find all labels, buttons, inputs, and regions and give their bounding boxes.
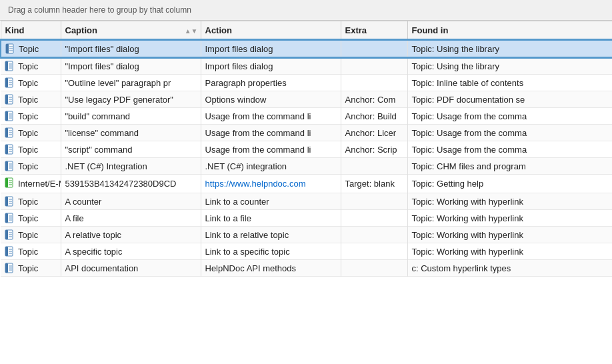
cell-kind: Topic (1, 125, 61, 141)
cell-action: Link to a relative topic (201, 227, 341, 243)
cell-caption: A counter (61, 193, 201, 210)
cell-extra (341, 158, 407, 175)
cell-action: .NET (C#) integration (201, 158, 341, 175)
table-row[interactable]: Topic"Import files" dialogImport files d… (1, 57, 612, 75)
table-row[interactable]: TopicA counterLink to a counterTopic: Wo… (1, 193, 612, 210)
cell-found-in: Topic: Getting help (407, 175, 612, 193)
cell-action: Usage from the command li (201, 141, 341, 158)
col-header-action[interactable]: Action (201, 21, 341, 41)
cell-caption: "license" command (61, 125, 201, 141)
cell-found-in: Topic: Using the library (407, 40, 612, 57)
col-header-extra[interactable]: Extra (341, 21, 407, 41)
cell-extra (341, 40, 407, 57)
cell-extra: Anchor: Com (341, 91, 407, 108)
cell-extra: Target: blank (341, 175, 407, 193)
topic-icon (5, 161, 15, 171)
cell-kind: Topic (1, 210, 61, 227)
cell-found-in: Topic: Using the library (407, 57, 612, 75)
drag-group-header: Drag a column header here to group by th… (0, 0, 612, 21)
topic-icon (5, 43, 16, 54)
col-header-caption[interactable]: Caption ▲▼ (61, 21, 201, 41)
cell-action: Usage from the command li (201, 125, 341, 141)
cell-caption: "build" command (61, 108, 201, 125)
cell-caption: API documentation (61, 260, 201, 277)
table-row[interactable]: Internet/E-M539153B41342472380D9CDhttps:… (1, 175, 612, 193)
table-row[interactable]: Topic"Use legacy PDF generator"Options w… (1, 91, 612, 108)
cell-action: https://www.helpndoc.com (201, 175, 341, 193)
table-row[interactable]: TopicA fileLink to a fileTopic: Working … (1, 210, 612, 227)
cell-kind: Topic (1, 260, 61, 277)
topic-icon (5, 111, 15, 121)
col-header-foundin[interactable]: Found in (407, 21, 612, 41)
table-row[interactable]: Topic"script" commandUsage from the comm… (1, 141, 612, 158)
cell-extra: Anchor: Build (341, 108, 407, 125)
table-row[interactable]: Topic"Outline level" paragraph prParagra… (1, 75, 612, 91)
cell-found-in: c: Custom hyperlink types (407, 260, 612, 277)
svg-rect-51 (5, 213, 8, 223)
cell-caption: "Import files" dialog (61, 40, 201, 57)
table-row[interactable]: Topic"Import files" dialogImport files d… (1, 40, 612, 57)
sort-icon-caption: ▲▼ (185, 27, 198, 34)
table-row[interactable]: Topic"build" commandUsage from the comma… (1, 108, 612, 125)
col-header-kind[interactable]: Kind (1, 21, 61, 41)
cell-found-in: Topic: Working with hyperlink (407, 227, 612, 243)
svg-rect-1 (6, 44, 9, 53)
cell-extra (341, 260, 407, 277)
cell-kind: Topic (1, 40, 61, 57)
cell-action: Link to a specific topic (201, 243, 341, 260)
cell-extra (341, 57, 407, 75)
cell-kind: Topic (1, 141, 61, 158)
cell-caption: .NET (C#) Integration (61, 158, 201, 175)
svg-rect-36 (5, 161, 8, 171)
topic-icon (5, 196, 15, 207)
cell-kind: Topic (1, 158, 61, 175)
cell-kind: Topic (1, 108, 61, 125)
topic-icon (5, 61, 15, 71)
cell-found-in: Topic: Usage from the comma (407, 141, 612, 158)
cell-kind: Topic (1, 91, 61, 108)
svg-rect-31 (5, 145, 8, 154)
cell-found-in: Topic: Working with hyperlink (407, 210, 612, 227)
cell-caption: "Outline level" paragraph pr (61, 75, 201, 91)
cell-action: Paragraph properties (201, 75, 341, 91)
topic-icon (5, 127, 15, 138)
results-table: Kind Caption ▲▼ Action Extra Found in (0, 21, 612, 277)
cell-found-in: Topic: Usage from the comma (407, 108, 612, 125)
cell-found-in: Topic: Working with hyperlink (407, 243, 612, 260)
cell-found-in: Topic: Usage from the comma (407, 125, 612, 141)
cell-extra (341, 243, 407, 260)
table-row[interactable]: TopicAPI documentationHelpNDoc API metho… (1, 260, 612, 277)
cell-found-in: Topic: PDF documentation se (407, 91, 612, 108)
topic-icon (5, 246, 15, 257)
table-row[interactable]: TopicA relative topicLink to a relative … (1, 227, 612, 243)
cell-kind: Topic (1, 193, 61, 210)
cell-caption: "Import files" dialog (61, 57, 201, 75)
svg-rect-26 (5, 128, 8, 137)
cell-extra (341, 227, 407, 243)
cell-kind: Topic (1, 57, 61, 75)
cell-action: Link to a file (201, 210, 341, 227)
data-grid: Kind Caption ▲▼ Action Extra Found in (0, 21, 612, 277)
svg-rect-66 (5, 263, 8, 273)
internet-icon (5, 177, 15, 190)
table-row[interactable]: Topic"license" commandUsage from the com… (1, 125, 612, 141)
cell-caption: A specific topic (61, 243, 201, 260)
topic-icon (5, 77, 15, 88)
cell-caption: A relative topic (61, 227, 201, 243)
cell-action: Link to a counter (201, 193, 341, 210)
cell-action: Import files dialog (201, 57, 341, 75)
svg-rect-21 (5, 111, 8, 121)
cell-kind: Topic (1, 75, 61, 91)
svg-rect-56 (5, 230, 8, 239)
cell-kind: Topic (1, 227, 61, 243)
svg-rect-41 (5, 178, 8, 187)
table-row[interactable]: Topic.NET (C#) Integration.NET (C#) inte… (1, 158, 612, 175)
cell-caption: "Use legacy PDF generator" (61, 91, 201, 108)
table-row[interactable]: TopicA specific topicLink to a specific … (1, 243, 612, 260)
cell-action: Options window (201, 91, 341, 108)
cell-kind: Topic (1, 243, 61, 260)
svg-rect-11 (5, 78, 8, 87)
svg-rect-16 (5, 95, 8, 104)
cell-caption: 539153B41342472380D9CD (61, 175, 201, 193)
cell-extra (341, 193, 407, 210)
